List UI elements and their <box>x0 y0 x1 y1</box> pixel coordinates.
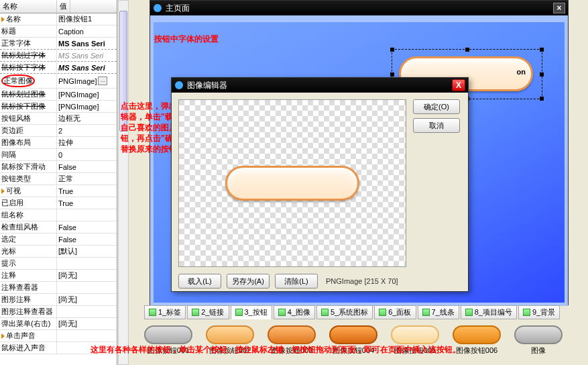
property-value[interactable]: [尚无] <box>57 270 117 281</box>
ellipsis-button[interactable]: … <box>98 76 107 85</box>
property-row[interactable]: 选定False <box>0 233 117 246</box>
property-value[interactable] <box>57 282 117 293</box>
close-icon[interactable]: X <box>452 79 465 91</box>
main-page-titlebar[interactable]: 主页面 × <box>150 1 568 15</box>
saveas-button[interactable]: 另存为(A) <box>227 274 270 289</box>
property-value[interactable]: Caption <box>57 25 117 37</box>
property-row[interactable]: 组名称 <box>0 209 117 221</box>
property-value[interactable]: [PNGImage] <box>57 89 117 100</box>
property-row[interactable]: 图像布局拉伸 <box>0 137 117 149</box>
property-value[interactable]: False <box>57 221 117 233</box>
property-value[interactable] <box>57 209 117 221</box>
property-row[interactable]: 正常图像PNGImage]… <box>0 74 117 89</box>
property-value[interactable]: True <box>57 197 117 209</box>
gallery-button-preview[interactable] <box>329 325 377 344</box>
property-value[interactable] <box>57 306 117 317</box>
property-row[interactable]: 可视True <box>0 185 117 197</box>
property-row[interactable]: 间隔0 <box>0 149 117 161</box>
gallery-button-preview[interactable] <box>391 325 439 344</box>
resize-handle[interactable] <box>390 48 394 52</box>
property-name: 按钮类型 <box>0 173 57 185</box>
property-name: 选定 <box>0 233 57 245</box>
image-preview <box>178 99 406 267</box>
property-row[interactable]: 注释[尚无] <box>0 270 117 282</box>
tab-6_面板[interactable]: 6_面板 <box>374 305 416 319</box>
property-row[interactable]: 鼠标按下滑动False <box>0 161 117 173</box>
property-value[interactable]: 边框无 <box>57 113 117 124</box>
gallery-button-preview[interactable] <box>206 325 254 344</box>
expand-icon[interactable] <box>1 189 5 194</box>
property-value[interactable]: MS Sans Seri <box>57 62 117 73</box>
property-name: 鼠标划过图像 <box>0 89 57 100</box>
property-row[interactable]: 名称图像按钮1 <box>0 13 117 25</box>
tab-7_线条[interactable]: 7_线条 <box>418 305 459 319</box>
property-row[interactable]: 弹出菜单(右击)[尚无] <box>0 318 117 330</box>
expand-icon[interactable] <box>1 17 5 22</box>
property-value[interactable]: False <box>57 161 117 172</box>
expand-icon[interactable] <box>1 333 5 339</box>
property-row[interactable]: 提示 <box>0 258 117 270</box>
property-row[interactable]: 已启用True <box>0 197 117 209</box>
tab-3_按钮[interactable]: 3_按钮 <box>231 305 272 319</box>
property-row[interactable]: 注释查看器 <box>0 282 117 294</box>
property-row[interactable]: 光标[默认] <box>0 246 117 258</box>
property-value[interactable]: 图像按钮1 <box>57 13 117 25</box>
property-value[interactable]: 2 <box>57 125 117 136</box>
property-value[interactable]: False <box>57 233 117 245</box>
resize-handle[interactable] <box>390 72 394 76</box>
tab-4_图像[interactable]: 4_图像 <box>274 305 315 319</box>
load-button[interactable]: 载入(L) <box>178 274 221 289</box>
property-value[interactable]: MS Sans Seri <box>57 50 117 61</box>
tab-icon <box>192 309 199 316</box>
property-value[interactable]: [PNGImage] <box>57 101 117 112</box>
tab-9_背景[interactable]: 9_背景 <box>518 305 560 319</box>
close-icon[interactable]: × <box>553 3 565 13</box>
resize-handle[interactable] <box>540 72 544 76</box>
property-value[interactable]: 拉伸 <box>57 137 117 148</box>
tab-1_标签[interactable]: 1_标签 <box>144 305 186 319</box>
property-row[interactable]: 标题Caption <box>0 25 117 38</box>
property-row[interactable]: 鼠标按下图像[PNGImage] <box>0 101 117 113</box>
property-value[interactable] <box>57 330 117 342</box>
property-value[interactable]: [尚无] <box>57 294 117 305</box>
tab-icon <box>278 309 286 316</box>
gallery-button-preview[interactable] <box>453 325 501 344</box>
property-scrollbar[interactable] <box>118 0 129 365</box>
gallery-item[interactable]: 图像 <box>514 325 563 356</box>
tab-icon <box>465 309 473 316</box>
property-row[interactable]: 按钮风格边框无 <box>0 113 117 125</box>
property-value[interactable]: [默认] <box>57 246 117 257</box>
property-row[interactable]: 单击声音 <box>0 330 117 342</box>
ok-button[interactable]: 确定(O) <box>413 99 460 114</box>
property-row[interactable]: 鼠标划过图像[PNGImage] <box>0 89 117 101</box>
property-value[interactable]: PNGImage]… <box>57 74 117 88</box>
cancel-button[interactable]: 取消 <box>413 118 460 133</box>
property-row[interactable]: 图形注释[尚无] <box>0 294 117 306</box>
property-row[interactable]: 鼠标划过字体MS Sans Seri <box>0 50 117 62</box>
property-value[interactable]: [尚无] <box>57 318 117 329</box>
resize-handle[interactable] <box>540 48 544 52</box>
property-name: 鼠标按下滑动 <box>0 161 57 172</box>
property-row[interactable]: 页边距2 <box>0 125 117 137</box>
tab-2_链接[interactable]: 2_链接 <box>187 305 229 319</box>
gallery-button-preview[interactable] <box>144 325 192 344</box>
tab-5_系统图标[interactable]: 5_系统图标 <box>316 305 373 319</box>
tab-8_项目编号[interactable]: 8_项目编号 <box>461 305 517 319</box>
property-value[interactable]: 0 <box>57 149 117 160</box>
property-value[interactable]: True <box>57 185 117 197</box>
image-editor-titlebar[interactable]: 图像编辑器 X <box>172 78 468 93</box>
image-editor-title: 图像编辑器 <box>187 80 227 91</box>
property-row[interactable]: 正常字体MS Sans Seri <box>0 38 117 50</box>
property-row[interactable]: 按钮类型正常 <box>0 173 117 185</box>
property-value[interactable]: MS Sans Seri <box>57 38 117 49</box>
resize-handle[interactable] <box>465 48 469 52</box>
gallery-button-preview[interactable] <box>268 325 316 344</box>
resize-handle[interactable] <box>540 97 544 101</box>
property-value[interactable]: 正常 <box>57 173 117 185</box>
gallery-button-preview[interactable] <box>514 325 563 344</box>
property-row[interactable]: 图形注释查看器 <box>0 306 117 318</box>
property-row[interactable]: 鼠标按下字体MS Sans Seri <box>0 62 117 74</box>
clear-button[interactable]: 清除(L) <box>275 274 318 289</box>
property-value[interactable] <box>57 258 117 269</box>
property-row[interactable]: 检查组风格False <box>0 221 117 233</box>
